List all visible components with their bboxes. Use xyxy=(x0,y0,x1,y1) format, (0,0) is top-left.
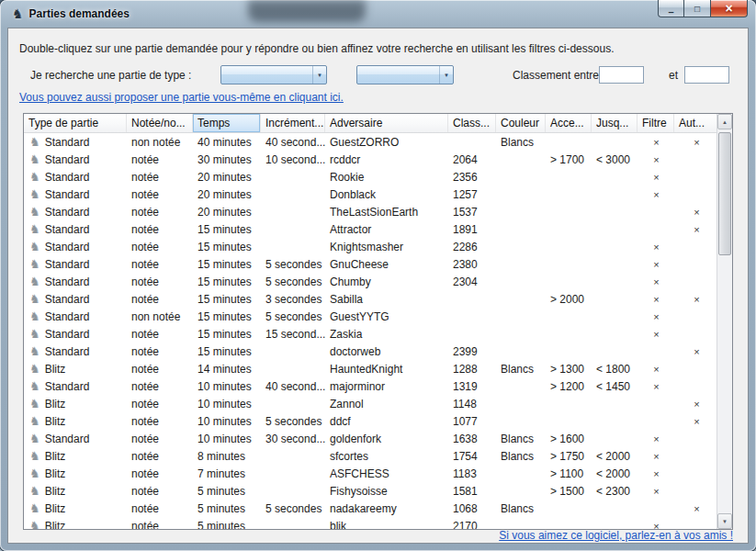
game-row[interactable]: ♞ Standard notée 10 minutes 30 second...… xyxy=(24,430,717,447)
game-row[interactable]: ♞ Standard notée 30 minutes 10 second...… xyxy=(24,151,717,168)
filter-mark-cell: × xyxy=(638,364,674,375)
game-row[interactable]: ♞ Standard notée 15 minutes 15 second...… xyxy=(24,325,717,343)
filter-mark-cell: × xyxy=(638,486,674,497)
game-row[interactable]: ♞ Blitz notée 14 minutes HauntedKnight 1… xyxy=(24,360,717,377)
column-header[interactable]: Acce... xyxy=(546,114,592,132)
propose-game-link[interactable]: Vous pouvez aussi proposer une partie vo… xyxy=(19,91,344,104)
game-row[interactable]: ♞ Blitz notée 10 minutes Zannol 1148 × xyxy=(24,395,717,412)
knight-icon: ♞ xyxy=(29,171,40,183)
game-row[interactable]: ♞ Standard notée 15 minutes 3 secondes S… xyxy=(24,290,717,308)
and-label: et xyxy=(669,69,678,82)
rated-cell: notée xyxy=(127,415,193,428)
rating-cell: 1537 xyxy=(448,206,496,219)
game-row[interactable]: ♞ Blitz notée 7 minutes ASFCHESS 1183 > … xyxy=(24,465,717,482)
opponent-cell: GuestZORRO xyxy=(325,136,448,149)
game-row[interactable]: ♞ Standard notée 20 minutes Donblack 125… xyxy=(24,186,717,203)
scrollbar-thumb[interactable] xyxy=(718,132,731,255)
rated-cell: notée xyxy=(127,433,193,445)
game-row[interactable]: ♞ Blitz notée 8 minutes sfcortes 1754 Bl… xyxy=(24,447,717,465)
column-header[interactable]: Jusq... xyxy=(592,114,638,132)
column-header[interactable]: Class... xyxy=(448,114,496,132)
filter-mark-cell: × xyxy=(638,259,674,270)
game-subtype-dropdown[interactable]: ▼ xyxy=(356,65,454,84)
game-type-dropdown[interactable]: ▼ xyxy=(220,65,327,84)
filter-mark-cell: × xyxy=(638,172,674,183)
accept-min-cell: > 1750 xyxy=(546,450,592,463)
filter-mark-cell: × xyxy=(638,433,674,444)
knight-icon: ♞ xyxy=(29,188,40,200)
knight-icon: ♞ xyxy=(29,433,40,444)
vertical-scrollbar[interactable]: ▲ ▼ xyxy=(717,114,732,529)
accept-max-cell: < 1800 xyxy=(592,363,638,376)
share-link[interactable]: Si vous aimez ce logiciel, parlez-en à v… xyxy=(499,530,733,543)
column-header[interactable]: Notée/no... xyxy=(127,114,193,132)
game-type-label: Standard xyxy=(45,293,90,306)
close-icon: × xyxy=(725,1,732,16)
game-row[interactable]: ♞ Standard notée 15 minutes doctorweb 23… xyxy=(24,343,717,360)
time-cell: 40 minutes xyxy=(193,136,261,149)
rating-cell: 2286 xyxy=(448,241,496,253)
column-header[interactable]: Temps xyxy=(193,114,261,132)
column-header[interactable]: Filtre xyxy=(638,114,674,132)
scroll-down-button[interactable]: ▼ xyxy=(717,513,732,529)
rating-max-input[interactable] xyxy=(684,66,729,84)
maximize-button[interactable]: □ xyxy=(684,0,710,17)
chevron-down-icon: ▼ xyxy=(439,66,453,84)
game-row[interactable]: ♞ Standard non notée 40 minutes 40 secon… xyxy=(24,133,717,151)
column-header[interactable]: Couleur xyxy=(496,114,546,132)
type-filter-label: Je recherche une partie de type : xyxy=(30,69,191,82)
rating-cell: 2399 xyxy=(448,345,496,358)
game-row[interactable]: ♞ Blitz notée 5 minutes Fishysoisse 1581… xyxy=(24,482,717,500)
rated-cell: notée xyxy=(127,485,193,498)
game-type-label: Blitz xyxy=(45,467,66,480)
rating-cell: 1638 xyxy=(448,433,496,445)
knight-icon: ♞ xyxy=(29,223,40,235)
opponent-cell: goldenfork xyxy=(325,433,448,445)
accept-min-cell: > 1600 xyxy=(546,433,592,445)
opponent-cell: Attractor xyxy=(325,223,448,236)
increment-cell: 5 secondes xyxy=(261,310,325,323)
game-row[interactable]: ♞ Standard non notée 15 minutes 5 second… xyxy=(24,308,717,325)
opponent-cell: nadakareemy xyxy=(325,502,448,515)
knight-icon: ♞ xyxy=(29,415,40,427)
column-header[interactable]: Adversaire xyxy=(325,114,448,132)
game-row[interactable]: ♞ Standard notée 15 minutes Attractor 18… xyxy=(24,220,717,238)
filter-mark-cell: × xyxy=(638,381,674,392)
rated-cell: notée xyxy=(127,345,193,358)
time-cell: 10 minutes xyxy=(193,415,261,428)
game-row[interactable]: ♞ Blitz notée 5 minutes blik 2170 × xyxy=(24,517,717,529)
game-type-label: Standard xyxy=(45,206,90,219)
knight-icon: ♞ xyxy=(29,485,40,497)
column-header[interactable]: Incrément... xyxy=(261,114,325,132)
game-type-cell: ♞ Standard xyxy=(24,310,127,323)
game-row[interactable]: ♞ Standard notée 20 minutes Rookie 2356 … xyxy=(24,168,717,186)
game-row[interactable]: ♞ Blitz notée 5 minutes 5 secondes nadak… xyxy=(24,500,717,517)
knight-icon: ♞ xyxy=(29,502,40,514)
increment-cell: 10 second... xyxy=(261,153,325,166)
knight-icon: ♞ xyxy=(29,328,40,340)
time-cell: 5 minutes xyxy=(193,485,261,498)
game-row[interactable]: ♞ Standard notée 10 minutes 40 second...… xyxy=(24,377,717,395)
increment-cell: 3 secondes xyxy=(261,293,325,306)
column-header[interactable]: Aut... xyxy=(674,114,718,132)
game-row[interactable]: ♞ Standard notée 15 minutes 5 secondes G… xyxy=(24,255,717,273)
column-header[interactable]: Type de partie xyxy=(24,114,127,132)
game-row[interactable]: ♞ Standard notée 15 minutes Knightsmashe… xyxy=(24,238,717,255)
scroll-up-button[interactable]: ▲ xyxy=(717,114,732,129)
rating-min-input[interactable] xyxy=(599,66,644,84)
game-type-label: Standard xyxy=(45,328,90,341)
knight-icon: ♞ xyxy=(29,310,40,322)
accept-max-cell: < 2000 xyxy=(592,467,638,480)
rated-cell: notée xyxy=(127,293,193,306)
game-type-label: Blitz xyxy=(45,450,66,463)
titlebar[interactable]: ♞ Parties demandées – □ × xyxy=(0,0,756,28)
game-row[interactable]: ♞ Blitz notée 10 minutes 5 secondes ddcf… xyxy=(24,412,717,430)
knight-icon: ♞ xyxy=(29,136,40,148)
chevron-down-icon: ▼ xyxy=(312,66,326,84)
window: ♞ Parties demandées – □ × Double-cliquez… xyxy=(0,0,756,551)
game-type-cell: ♞ Blitz xyxy=(24,450,127,463)
game-row[interactable]: ♞ Standard notée 20 minutes TheLastSionE… xyxy=(24,203,717,220)
minimize-button[interactable]: – xyxy=(658,0,684,17)
close-button[interactable]: × xyxy=(710,0,748,17)
game-row[interactable]: ♞ Standard notée 15 minutes 5 secondes C… xyxy=(24,273,717,290)
